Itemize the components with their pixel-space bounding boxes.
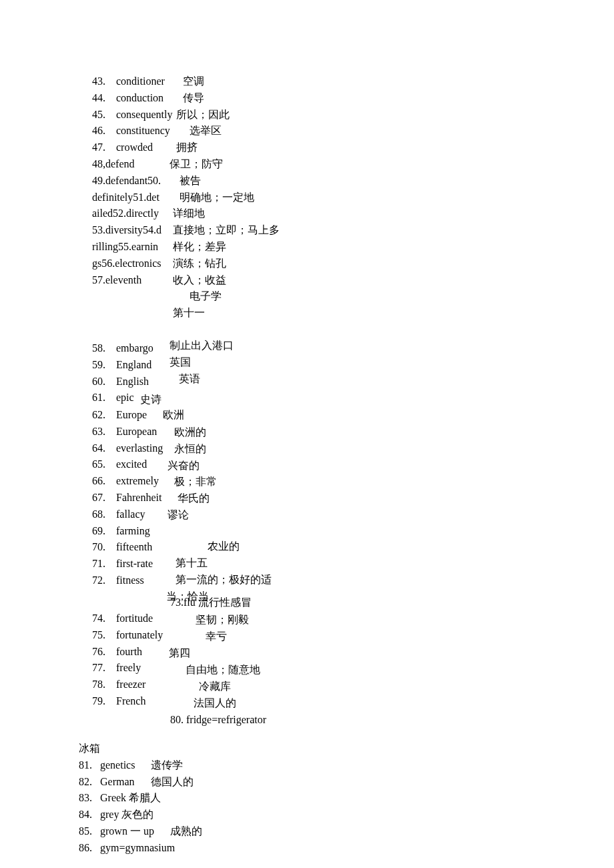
- farming-definition: 农业的: [208, 538, 240, 555]
- document-page: 43. 44. 45. 46. 47. conditioner conducti…: [0, 0, 614, 868]
- fridge-entry: 80. fridge=refrigerator: [170, 712, 266, 729]
- list-number: 70.: [92, 539, 105, 556]
- definition-text: 电子学: [190, 288, 280, 305]
- list-number: 47.: [92, 139, 105, 156]
- list-number: 60.: [92, 374, 105, 390]
- vocab-entry: 83. Greek 希腊人: [79, 790, 614, 807]
- english-col: fortitude fortunately fourth freely free…: [116, 610, 163, 710]
- list-number: 78.: [92, 677, 105, 693]
- definition-text: 拥挤: [176, 139, 280, 156]
- list-number: 64.: [92, 440, 105, 457]
- definition-text: 第十五: [176, 555, 272, 572]
- list-number: 45.: [92, 107, 105, 123]
- chinese-col-right: 欧洲的 永恒的 兴奋的 极；非常 华氏的 谬论: [174, 424, 217, 524]
- definition-text: 第一流的；极好的适: [176, 572, 272, 588]
- definition-text: 欧洲的: [174, 424, 217, 441]
- vocab-block-5: 冰箱 81. genetics 遗传学 82. German 德国人的 83. …: [79, 741, 614, 844]
- definition-text: 演练；钻孔: [173, 256, 280, 272]
- definition-text: 空调: [183, 73, 280, 90]
- definition-text: 选举区: [190, 123, 280, 139]
- fridge-definition: 冰箱: [79, 741, 614, 757]
- list-number: 44.: [92, 90, 105, 107]
- definition-text: 制止出入港口: [170, 338, 234, 354]
- definition-text: 华氏的: [178, 490, 217, 507]
- definition-text: 永恒的: [174, 441, 217, 458]
- vocab-block-1: 43. 44. 45. 46. 47. conditioner conducti…: [92, 73, 614, 340]
- list-number: 61.: [92, 390, 105, 406]
- freely-definition: 自由地；随意地: [186, 662, 260, 679]
- fortunately-definition: 幸亏: [206, 628, 227, 645]
- list-number: 77.: [92, 660, 105, 677]
- vocab-entry: 84. grey 灰色的: [79, 807, 614, 823]
- definition-text: 第十一: [173, 305, 280, 322]
- chinese-col: 制止出入港口 英国 英语: [170, 338, 234, 387]
- english-col-top: conditioner conduction consequently cons…: [116, 73, 172, 156]
- flu-entry: 73.flu 流行性感冒: [170, 594, 252, 611]
- definition-text: 英国: [170, 354, 234, 371]
- list-number: 75.: [92, 627, 105, 644]
- vocab-block-4: 73.flu 流行性感冒 74. 75. 76. 77. 78. 79. for…: [92, 597, 614, 741]
- definition-text: 明确地；一定地: [180, 189, 280, 206]
- definition-text: 英语: [179, 371, 234, 388]
- list-number: 72.: [92, 572, 105, 589]
- numbers-col: 58. 59. 60. 61.: [92, 340, 105, 406]
- list-number: 58.: [92, 340, 105, 357]
- definition-text: 直接地；立即；马上多: [173, 222, 280, 239]
- list-number: 59.: [92, 357, 105, 374]
- list-number: 62.: [92, 407, 105, 424]
- europe-definition: 欧洲: [163, 407, 184, 424]
- english-col-wrapped: 48,defend 49.defendant50. definitely51.d…: [92, 156, 172, 288]
- english-col: Europe European everlasting excited extr…: [116, 407, 163, 589]
- list-number: 63.: [92, 424, 105, 440]
- definition-text: 保卫；防守: [170, 156, 280, 173]
- freezer-definition: 冷藏库: [199, 679, 231, 695]
- list-number: 74.: [92, 610, 105, 627]
- list-number: 68.: [92, 506, 105, 523]
- list-number: 65.: [92, 456, 105, 473]
- list-number: 67.: [92, 490, 105, 506]
- definition-text: 极；非常: [174, 474, 217, 490]
- vocab-block-2: 58. 59. 60. 61. embargo England English …: [92, 340, 614, 407]
- vocab-block-3: 62. 63. 64. 65. 66. 67. 68. 69. 70. 71. …: [92, 407, 614, 597]
- list-number: 43.: [92, 73, 105, 90]
- vocab-entry: 86. gym=gymnasium: [79, 840, 614, 857]
- list-number: 76.: [92, 644, 105, 661]
- definition-text: 样化；差异: [173, 239, 280, 256]
- definition-text: 所以；因此: [176, 107, 280, 123]
- list-number: 71.: [92, 556, 105, 572]
- fortitude-definition: 坚韧；刚毅: [196, 612, 249, 628]
- list-number: 79.: [92, 693, 105, 710]
- definition-text: 传导: [183, 90, 280, 107]
- definition-text: 谬论: [168, 507, 217, 524]
- vocab-entry: 85. grown 一 up 成熟的: [79, 823, 614, 840]
- vocab-entry: 82. German 德国人的: [79, 774, 614, 791]
- definition-text: 被告: [180, 173, 280, 189]
- french-definition: 法国人的: [194, 695, 236, 712]
- numbers-col: 74. 75. 76. 77. 78. 79.: [92, 610, 105, 710]
- definition-text: 详细地: [173, 205, 280, 222]
- list-number: 46.: [92, 123, 105, 139]
- chinese-col: 空调 传导 所以；因此 选举区 拥挤 保卫；防守 被告 明确地；一定地 详细地 …: [183, 73, 280, 322]
- list-number: 66.: [92, 473, 105, 490]
- numbers-col: 62. 63. 64. 65. 66. 67. 68. 69. 70. 71. …: [92, 407, 105, 589]
- list-number: 69.: [92, 523, 105, 540]
- definition-text: 兴奋的: [168, 458, 217, 474]
- definition-text: 收入；收益: [173, 272, 280, 289]
- vocab-entry: 81. genetics 遗传学: [79, 757, 614, 774]
- numbers-col: 43. 44. 45. 46. 47.: [92, 73, 105, 156]
- fourth-definition: 第四: [169, 645, 190, 662]
- epic-definition: 史诗: [140, 392, 162, 408]
